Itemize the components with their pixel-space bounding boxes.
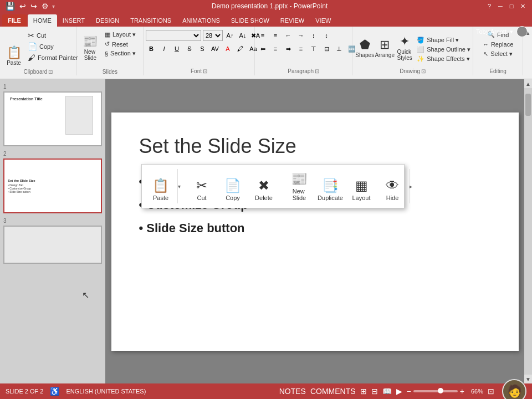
save-icon[interactable]: 💾 (4, 2, 16, 11)
scroll-track[interactable] (524, 88, 532, 375)
zoom-in-icon[interactable]: + (460, 387, 464, 396)
user-area[interactable]: Toby Arnott ▾ (476, 24, 532, 39)
ctx-delete[interactable]: ✖ Delete (249, 169, 278, 203)
shape-fill-button[interactable]: 🪣 Shape Fill ▾ (415, 36, 473, 44)
ctx-duplicate[interactable]: 📑 Duplicate (316, 169, 345, 203)
slide-title[interactable]: Set the Slide Size (111, 112, 519, 169)
align-left-button[interactable]: ⬅ (257, 43, 268, 54)
shapes-button[interactable]: ⬟ Shapes (355, 38, 375, 59)
tab-transitions[interactable]: TRANSITIONS (125, 14, 177, 27)
copy-button[interactable]: 📄 Copy (25, 42, 80, 52)
normal-view-icon[interactable]: ⊞ (360, 387, 367, 396)
align-top-button[interactable]: ⊤ (308, 43, 319, 54)
shape-outline-button[interactable]: ⬜ Shape Outline ▾ (415, 45, 473, 54)
ctx-copy[interactable]: 📄 Copy (218, 169, 247, 203)
tab-slideshow[interactable]: SLIDE SHOW (226, 14, 275, 27)
slide-thumbnail-2[interactable]: 2 Set the Slide Size • Design Tab • Cust… (3, 151, 102, 213)
ctx-cut[interactable]: ✂ Cut (187, 169, 216, 203)
zoom-slider[interactable] (413, 390, 458, 392)
slide-thumbnail-3[interactable]: 3 (3, 218, 102, 264)
redo-icon[interactable]: ↪ (29, 2, 38, 11)
tab-review[interactable]: REVIEW (275, 14, 310, 27)
text-shadow-button[interactable]: S (197, 43, 208, 54)
justify-button[interactable]: ≡ (295, 43, 306, 54)
decrease-font-button[interactable]: A↓ (237, 30, 248, 41)
slide-thumb-3[interactable] (3, 226, 102, 264)
close-button[interactable]: ✕ (518, 2, 528, 11)
reset-button[interactable]: ↺ Reset (103, 40, 138, 48)
tab-home[interactable]: HOME (28, 14, 57, 27)
decrease-indent-button[interactable]: ← (283, 30, 294, 41)
tab-animations[interactable]: ANIMATIONS (177, 14, 226, 27)
reading-view-icon[interactable]: 📖 (382, 387, 392, 396)
new-slide-button[interactable]: 📰 NewSlide (79, 28, 101, 68)
align-right-button[interactable]: ➡ (283, 43, 294, 54)
scroll-thumb[interactable] (525, 94, 531, 116)
underline-button[interactable]: U (171, 43, 182, 54)
clipboard-expand-icon[interactable]: ⊡ (48, 69, 53, 75)
font-expand-icon[interactable]: ⊡ (203, 68, 207, 74)
font-name-select[interactable] (146, 30, 201, 41)
tab-view[interactable]: VIEW (310, 14, 336, 27)
tab-insert[interactable]: INSERT (57, 14, 90, 27)
shape-effects-button[interactable]: ✨ Shape Effects ▾ (415, 55, 473, 63)
align-center-button[interactable]: ≡ (270, 43, 281, 54)
paste-button[interactable]: 📋 Paste (2, 28, 25, 68)
highlight-button[interactable]: 🖍 (235, 43, 246, 54)
ctx-paste[interactable]: 📋 Paste (146, 169, 175, 203)
text-direction-button[interactable]: ↕ (321, 30, 332, 41)
font-size-select[interactable]: 28 (203, 30, 223, 41)
select-button[interactable]: ↖ Select ▾ (481, 50, 515, 58)
bullet-list-button[interactable]: ≡ (257, 30, 268, 41)
slide-thumb-2[interactable]: Set the Slide Size • Design Tab • Custom… (3, 158, 102, 213)
right-scrollbar[interactable]: ▲ ▼ (524, 79, 532, 383)
tab-file[interactable]: FILE (2, 14, 27, 27)
slide-thumb-1[interactable]: Presentation Title (3, 91, 102, 146)
user-avatar[interactable] (516, 26, 528, 37)
columns-button[interactable]: ⫶ (308, 30, 319, 41)
notes-button[interactable]: NOTES (279, 387, 306, 396)
window-controls[interactable]: ? ─ □ ✕ (484, 2, 528, 11)
comments-button[interactable]: COMMENTS (310, 387, 356, 396)
font-color-button[interactable]: A (222, 43, 233, 54)
ctx-more-expand[interactable]: ▸ (409, 169, 412, 203)
cut-button[interactable]: ✂ Cut (25, 30, 80, 40)
italic-button[interactable]: I (158, 43, 170, 54)
tab-design[interactable]: DESIGN (90, 14, 125, 27)
undo-icon[interactable]: ↩ (18, 2, 27, 11)
bold-button[interactable]: B (146, 43, 157, 54)
slideshow-icon[interactable]: ▶ (396, 387, 402, 396)
simon-avatar[interactable]: 🧑 (502, 379, 526, 399)
scroll-up-arrow[interactable]: ▲ (524, 79, 532, 88)
increase-indent-button[interactable]: → (295, 30, 306, 41)
replace-button[interactable]: ↔ Replace (480, 40, 515, 48)
ctx-new-slide[interactable]: 📰 New Slide (285, 169, 314, 203)
ctx-paste-expand[interactable]: ▾ (177, 169, 181, 203)
arrange-button[interactable]: ⊞ Arrange (375, 38, 395, 59)
section-button[interactable]: § Section ▾ (103, 49, 138, 58)
restore-button[interactable]: □ (507, 2, 516, 11)
slide-thumbnail-1[interactable]: 1 Presentation Title (3, 84, 102, 146)
quick-styles-button[interactable]: ✦ QuickStyles (395, 34, 415, 62)
quick-access-toolbar[interactable]: 💾 ↩ ↪ ⚙ ▾ (4, 2, 55, 11)
increase-font-button[interactable]: A↑ (224, 30, 236, 41)
user-dropdown-icon[interactable]: ▾ (510, 28, 513, 35)
accessibility-icon[interactable]: ♿ (50, 387, 59, 396)
drawing-expand-icon[interactable]: ⊡ (421, 68, 426, 74)
format-painter-button[interactable]: 🖌 Format Painter (25, 53, 80, 63)
customize-icon[interactable]: ⚙ (40, 2, 50, 11)
slide-sorter-icon[interactable]: ⊟ (371, 387, 378, 396)
help-button[interactable]: ? (484, 2, 494, 11)
fit-window-icon[interactable]: ⊡ (488, 387, 494, 396)
zoom-out-icon[interactable]: − (407, 387, 411, 396)
paragraph-expand-icon[interactable]: ⊡ (315, 68, 319, 74)
slide-canvas[interactable]: Set the Slide Size • Design Tab • Custom… (111, 112, 519, 351)
ctx-layout[interactable]: ▦ Layout (347, 169, 376, 203)
strikethrough-button[interactable]: S (184, 43, 195, 54)
spacing-button[interactable]: AV (209, 43, 221, 54)
align-middle-button[interactable]: ⊟ (321, 43, 332, 54)
ctx-hide[interactable]: 👁 Hide (378, 169, 407, 203)
minimize-button[interactable]: ─ (495, 2, 505, 11)
num-list-button[interactable]: ≡ (270, 30, 281, 41)
layout-button[interactable]: ▦ Layout ▾ (103, 30, 138, 39)
